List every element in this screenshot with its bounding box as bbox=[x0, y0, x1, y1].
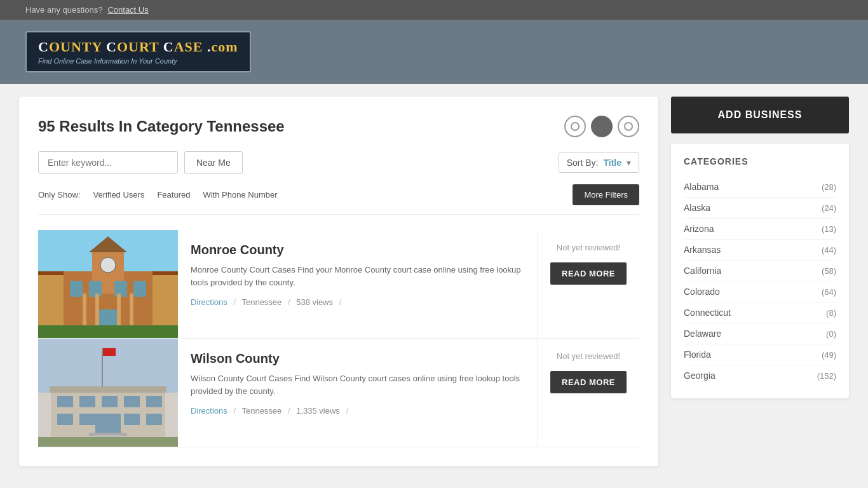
svg-rect-23 bbox=[57, 396, 73, 407]
svg-rect-28 bbox=[57, 414, 73, 425]
category-item[interactable]: Arkansas (44) bbox=[684, 240, 836, 261]
sort-select[interactable]: Sort By: Title ▾ bbox=[559, 152, 639, 173]
svg-rect-19 bbox=[102, 348, 103, 386]
category-count: (49) bbox=[822, 350, 836, 360]
listing-image-wilson bbox=[38, 339, 178, 447]
category-item[interactable]: Colorado (64) bbox=[684, 281, 836, 302]
header: COUNTY COURT CASE .com Find Online Case … bbox=[0, 20, 868, 84]
listing-desc-monroe: Monroe County Court Cases Find your Monr… bbox=[191, 264, 524, 288]
listing-side-monroe: Not yet reviewed! READ MORE bbox=[538, 230, 639, 338]
category-item[interactable]: Alaska (24) bbox=[684, 198, 836, 219]
svg-rect-24 bbox=[79, 396, 95, 407]
category-count: (58) bbox=[822, 266, 836, 276]
svg-rect-18 bbox=[38, 339, 178, 390]
content-area: 95 Results In Category Tennessee Near Me… bbox=[19, 97, 658, 466]
category-item[interactable]: Connecticut (8) bbox=[684, 302, 836, 323]
main-wrapper: 95 Results In Category Tennessee Near Me… bbox=[0, 84, 868, 479]
svg-rect-14 bbox=[95, 294, 99, 329]
svg-rect-29 bbox=[79, 414, 95, 425]
contact-us-link[interactable]: Contact Us bbox=[107, 5, 148, 15]
category-count: (0) bbox=[826, 329, 836, 339]
near-me-button[interactable]: Near Me bbox=[184, 151, 243, 174]
category-count: (13) bbox=[822, 224, 836, 234]
listing-meta-wilson: Directions / Tennessee / 1,335 views / bbox=[191, 406, 524, 416]
sort-value: Title bbox=[603, 158, 621, 168]
category-name: California bbox=[684, 266, 721, 276]
svg-rect-31 bbox=[124, 414, 140, 425]
category-name: Arizona bbox=[684, 224, 714, 234]
sidebar: ADD BUSINESS CATEGORIES Alabama (28) Ala… bbox=[671, 97, 849, 466]
directions-link-monroe[interactable]: Directions bbox=[191, 297, 227, 307]
listing-body-monroe: Monroe County Monroe County Court Cases … bbox=[178, 230, 538, 338]
category-name: Connecticut bbox=[684, 308, 731, 318]
search-bar: Near Me Sort By: Title ▾ bbox=[38, 151, 639, 174]
category-item[interactable]: Alabama (28) bbox=[684, 177, 836, 198]
category-item[interactable]: California (58) bbox=[684, 261, 836, 281]
more-filters-button[interactable]: More Filters bbox=[573, 184, 639, 205]
category-item[interactable]: Georgia (152) bbox=[684, 365, 836, 386]
only-show-label: Only Show: bbox=[38, 190, 80, 200]
read-more-button-monroe[interactable]: READ MORE bbox=[550, 262, 627, 285]
category-name: Delaware bbox=[684, 329, 721, 339]
categories-title: CATEGORIES bbox=[684, 156, 836, 166]
listing-title-monroe: Monroe County bbox=[191, 243, 524, 257]
sort-chevron-icon: ▾ bbox=[627, 158, 631, 168]
category-name: Arkansas bbox=[684, 245, 721, 255]
view-grid-btn[interactable] bbox=[591, 116, 613, 137]
sort-label: Sort By: bbox=[567, 158, 599, 168]
svg-rect-20 bbox=[103, 348, 116, 356]
filter-phone[interactable]: With Phone Number bbox=[203, 190, 277, 200]
svg-point-12 bbox=[100, 257, 116, 273]
listing-side-wilson: Not yet reviewed! READ MORE bbox=[538, 339, 639, 447]
svg-rect-26 bbox=[124, 396, 140, 407]
svg-rect-16 bbox=[130, 294, 133, 329]
category-item[interactable]: Arizona (13) bbox=[684, 219, 836, 240]
listing-desc-wilson: Wilson County Court Cases Find Wilson Co… bbox=[191, 372, 524, 397]
top-bar: Have any questions? Contact Us bbox=[0, 0, 868, 20]
review-status-monroe: Not yet reviewed! bbox=[557, 243, 620, 252]
svg-point-2 bbox=[625, 123, 632, 130]
read-more-button-wilson[interactable]: READ MORE bbox=[550, 371, 627, 393]
svg-rect-10 bbox=[133, 281, 146, 297]
svg-rect-27 bbox=[146, 396, 162, 407]
svg-rect-32 bbox=[146, 414, 162, 425]
listing-title-wilson: Wilson County bbox=[191, 351, 524, 366]
category-count: (64) bbox=[822, 287, 836, 297]
results-header: 95 Results In Category Tennessee bbox=[38, 116, 639, 137]
svg-rect-35 bbox=[92, 435, 124, 437]
logo-title: COUNTY COURT CASE .com bbox=[38, 39, 238, 55]
category-name: Florida bbox=[684, 349, 711, 360]
svg-rect-33 bbox=[38, 437, 178, 447]
categories-box: CATEGORIES Alabama (28) Alaska (24) Ariz… bbox=[671, 144, 849, 398]
svg-rect-7 bbox=[70, 281, 83, 297]
svg-rect-15 bbox=[117, 294, 121, 329]
category-count: (8) bbox=[826, 308, 836, 318]
logo-subtitle: Find Online Case Information In Your Cou… bbox=[38, 57, 238, 65]
keyword-input[interactable] bbox=[38, 151, 178, 174]
view-map-btn[interactable] bbox=[618, 116, 639, 137]
listing-meta-monroe: Directions / Tennessee / 538 views / bbox=[191, 297, 524, 307]
svg-rect-17 bbox=[38, 325, 178, 338]
listing-card: Monroe County Monroe County Court Cases … bbox=[38, 230, 639, 339]
categories-list: Alabama (28) Alaska (24) Arizona (13) Ar… bbox=[684, 177, 836, 386]
svg-rect-22 bbox=[50, 386, 166, 393]
category-name: Alabama bbox=[684, 182, 719, 192]
svg-point-0 bbox=[571, 123, 579, 130]
listing-card-wilson: Wilson County Wilson County Court Cases … bbox=[38, 339, 639, 447]
review-status-wilson: Not yet reviewed! bbox=[557, 351, 620, 361]
filter-verified[interactable]: Verified Users bbox=[93, 190, 144, 200]
views-wilson: 1,335 views bbox=[296, 406, 340, 416]
svg-rect-30 bbox=[95, 414, 121, 434]
category-count: (28) bbox=[822, 182, 836, 192]
category-item[interactable]: Florida (49) bbox=[684, 344, 836, 365]
view-list-btn[interactable] bbox=[564, 116, 586, 137]
filter-featured[interactable]: Featured bbox=[157, 190, 190, 200]
category-count: (152) bbox=[817, 371, 836, 381]
question-text: Have any questions? bbox=[25, 5, 102, 15]
directions-link-wilson[interactable]: Directions bbox=[191, 406, 227, 416]
add-business-button[interactable]: ADD BUSINESS bbox=[671, 97, 849, 133]
category-item[interactable]: Delaware (0) bbox=[684, 323, 836, 344]
svg-point-1 bbox=[598, 123, 606, 130]
category-name: Georgia bbox=[684, 370, 715, 381]
category-count: (24) bbox=[822, 203, 836, 213]
